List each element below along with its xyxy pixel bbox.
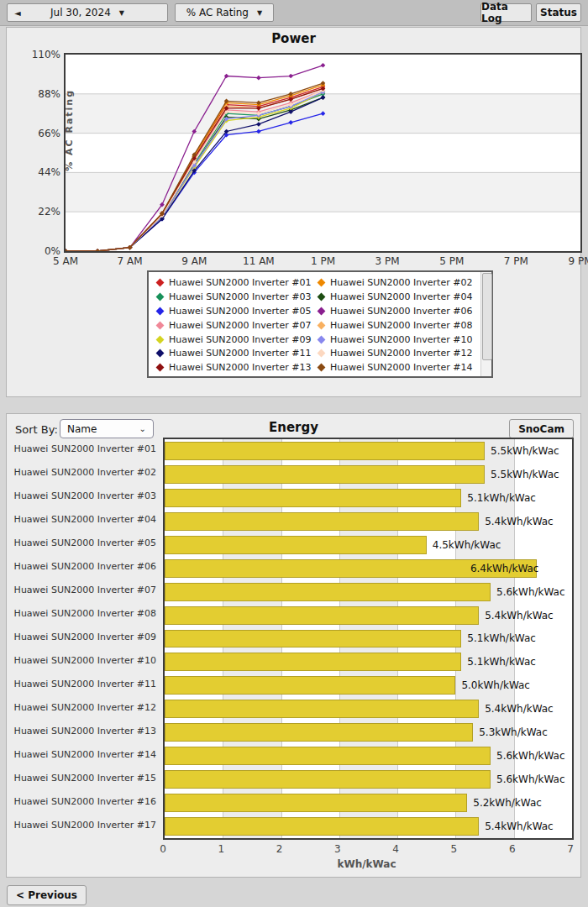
legend-item-label: Huawei SUN2000 Inverter #09 <box>169 334 311 345</box>
energy-bar[interactable] <box>165 489 461 507</box>
legend-item[interactable]: Huawei SUN2000 Inverter #09 <box>154 334 315 345</box>
bar-value-label: 5.6kWh/kWac <box>496 586 565 598</box>
legend-item[interactable]: Huawei SUN2000 Inverter #14 <box>315 362 476 373</box>
energy-x-axis-label: kWh/kWac <box>337 858 396 870</box>
energy-panel: Sort By: Name ⌄ Energy SnoCam 5.5kWh/kWa… <box>6 413 581 878</box>
energy-bar[interactable] <box>165 676 455 695</box>
bar-value-label: 5.0kWh/kWac <box>461 679 530 691</box>
legend-item[interactable]: Huawei SUN2000 Inverter #02 <box>315 277 476 288</box>
legend-scrollbar[interactable] <box>480 272 491 376</box>
series-marker-icon <box>156 278 165 286</box>
legend-item-label: Huawei SUN2000 Inverter #11 <box>169 348 311 359</box>
legend-item[interactable]: Huawei SUN2000 Inverter #13 <box>154 362 315 373</box>
energy-x-tick-label: 1 <box>218 843 224 855</box>
series-marker-icon <box>156 349 165 358</box>
inverter-row-label: Huawei SUN2000 Inverter #06 <box>7 555 156 579</box>
legend-scrollbar-thumb[interactable] <box>482 273 492 360</box>
legend-item[interactable]: Huawei SUN2000 Inverter #03 <box>154 291 315 302</box>
status-button[interactable]: Status <box>536 3 581 22</box>
energy-bar[interactable] <box>165 465 485 484</box>
legend-item[interactable]: Huawei SUN2000 Inverter #12 <box>315 348 476 359</box>
power-panel: Power % AC Rating 0%22%44%66%88%110%5 AM… <box>6 27 581 397</box>
bar-value-label: 5.1kWh/kWac <box>467 656 536 668</box>
inverter-row-label: Huawei SUN2000 Inverter #05 <box>7 532 156 555</box>
energy-bar[interactable] <box>165 583 491 601</box>
energy-bar[interactable] <box>165 442 485 460</box>
legend-item[interactable]: Huawei SUN2000 Inverter #07 <box>154 320 315 331</box>
legend-item[interactable]: Huawei SUN2000 Inverter #05 <box>154 306 315 317</box>
bar-value-label: 5.2kWh/kWac <box>473 797 542 809</box>
bar-row: 5.4kWh/kWac <box>165 510 572 533</box>
series-marker-icon <box>318 278 326 286</box>
date-caret-icon: ▼ <box>119 9 124 17</box>
bar-row: 5.6kWh/kWac <box>165 744 572 768</box>
bar-row: 5.4kWh/kWac <box>165 697 572 721</box>
energy-bar[interactable] <box>165 747 491 765</box>
series-marker-icon <box>95 249 100 251</box>
bar-value-label: 5.6kWh/kWac <box>496 773 565 785</box>
series-marker-icon <box>156 292 165 301</box>
bar-value-label: 4.5kWh/kWac <box>433 539 501 551</box>
metric-selector[interactable]: % AC Rating ▼ <box>175 3 274 22</box>
bar-value-label: 5.3kWh/kWac <box>479 726 548 738</box>
legend-item[interactable]: Huawei SUN2000 Inverter #06 <box>315 306 476 317</box>
energy-bar[interactable] <box>165 653 461 671</box>
bar-row: 5.1kWh/kWac <box>165 627 572 651</box>
energy-x-tick-label: 0 <box>160 843 166 855</box>
legend-item[interactable]: Huawei SUN2000 Inverter #04 <box>315 291 476 302</box>
inverter-row-label: Huawei SUN2000 Inverter #17 <box>7 813 156 836</box>
power-x-tick-label: 1 PM <box>311 255 335 267</box>
power-line-chart: % AC Rating 0%22%44%66%88%110%5 AM7 AM9 … <box>64 53 582 253</box>
inverter-row-label: Huawei SUN2000 Inverter #13 <box>7 719 156 742</box>
energy-bar[interactable] <box>165 536 427 554</box>
legend-item-label: Huawei SUN2000 Inverter #10 <box>330 334 472 345</box>
snocam-button[interactable]: SnoCam <box>509 419 574 438</box>
previous-page-button[interactable]: < Previous <box>7 885 87 905</box>
power-x-tick-label: 7 PM <box>504 255 528 267</box>
date-selector[interactable]: ◄ Jul 30, 2024 ▼ <box>7 3 168 22</box>
power-y-tick-label: 44% <box>38 166 60 178</box>
energy-bar-chart: 5.5kWh/kWac5.5kWh/kWac5.1kWh/kWac5.4kWh/… <box>163 438 574 840</box>
bar-value-label: 5.4kWh/kWac <box>485 820 554 832</box>
legend-item-label: Huawei SUN2000 Inverter #08 <box>330 320 472 331</box>
date-label: Jul 30, 2024 <box>50 7 111 18</box>
legend-item-label: Huawei SUN2000 Inverter #03 <box>169 291 311 302</box>
bar-row: 5.4kWh/kWac <box>165 815 572 838</box>
energy-bar[interactable] <box>165 770 491 789</box>
energy-bar[interactable] <box>165 723 473 742</box>
energy-bar[interactable] <box>165 630 461 648</box>
series-marker-icon <box>156 335 165 343</box>
legend-item[interactable]: Huawei SUN2000 Inverter #08 <box>315 320 476 331</box>
legend-item[interactable]: Huawei SUN2000 Inverter #11 <box>154 348 315 359</box>
power-x-tick-label: 11 AM <box>243 255 275 267</box>
bar-value-label: 5.5kWh/kWac <box>491 445 559 457</box>
bar-row: 5.2kWh/kWac <box>165 791 572 815</box>
power-y-tick-label: 88% <box>38 88 60 100</box>
legend-item-label: Huawei SUN2000 Inverter #13 <box>169 362 311 373</box>
legend-item[interactable]: Huawei SUN2000 Inverter #10 <box>315 334 476 345</box>
power-x-tick-label: 7 AM <box>118 255 143 267</box>
data-log-button[interactable]: Data Log <box>480 3 532 22</box>
series-marker-icon <box>156 307 165 315</box>
previous-day-arrow-icon[interactable]: ◄ <box>14 8 21 18</box>
energy-bar[interactable] <box>165 700 479 718</box>
energy-x-tick-label: 3 <box>334 843 341 855</box>
power-chart-title: Power <box>7 31 580 46</box>
inverter-row-label: Huawei SUN2000 Inverter #07 <box>7 579 156 602</box>
series-marker-icon <box>318 292 326 301</box>
bar-value-label: 5.4kWh/kWac <box>485 516 554 527</box>
series-marker-icon <box>156 364 165 372</box>
energy-bar[interactable] <box>165 512 479 531</box>
series-marker-icon <box>318 321 326 329</box>
power-x-tick-label: 9 AM <box>181 255 207 267</box>
inverter-row-label: Huawei SUN2000 Inverter #11 <box>7 672 156 695</box>
energy-chart-title: Energy <box>7 420 580 435</box>
legend-item-label: Huawei SUN2000 Inverter #12 <box>330 348 472 359</box>
energy-bar[interactable] <box>165 606 479 625</box>
energy-bar[interactable] <box>165 817 479 836</box>
legend-item-label: Huawei SUN2000 Inverter #07 <box>169 320 311 331</box>
energy-bar[interactable] <box>165 794 467 812</box>
legend-item[interactable]: Huawei SUN2000 Inverter #01 <box>154 277 315 288</box>
bar-value-label: 5.4kWh/kWac <box>485 703 554 715</box>
series-marker-icon <box>66 249 68 251</box>
